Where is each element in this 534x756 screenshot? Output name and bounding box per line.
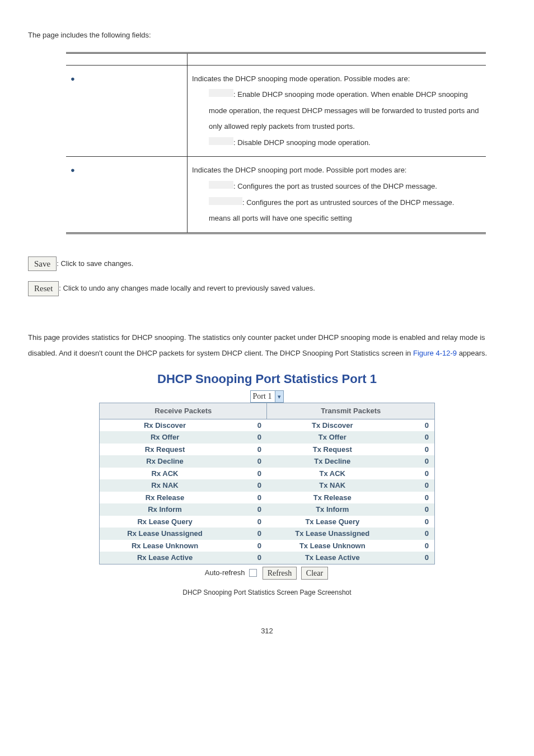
rx-value: 0: [230, 431, 267, 444]
reset-button[interactable]: Reset: [28, 281, 59, 296]
mode-badge: [209, 89, 233, 97]
tx-label: Tx Inform: [267, 503, 398, 516]
rx-value: 0: [230, 419, 267, 431]
mode-enabled-text: : Enable DHCP snooping mode operation. W…: [209, 90, 479, 130]
rx-label: Rx Offer: [100, 431, 231, 444]
table-row: Rx Lease Query0Tx Lease Query0: [100, 516, 435, 528]
section-paragraph: This page provides statistics for DHCP s…: [28, 330, 506, 362]
rx-header: Receive Packets: [100, 403, 267, 419]
rx-value: 0: [230, 479, 267, 492]
tx-value: 0: [398, 444, 435, 456]
tx-value: 0: [398, 492, 435, 504]
rx-label: Rx ACK: [100, 468, 231, 480]
tx-label: Tx Lease Active: [267, 552, 398, 564]
refresh-button[interactable]: Refresh: [263, 567, 297, 580]
rx-label: Rx Lease Query: [100, 516, 231, 528]
table-row: ● Indicates the DHCP snooping port mode.…: [66, 157, 486, 233]
rx-value: 0: [230, 540, 267, 552]
tx-value: 0: [398, 468, 435, 480]
mode-badge: [209, 181, 233, 189]
tx-value: 0: [398, 540, 435, 552]
auto-refresh-label: Auto-refresh: [205, 568, 245, 576]
tx-value: 0: [398, 419, 435, 431]
rx-label: Rx Decline: [100, 455, 231, 468]
table-row: Rx Lease Unassigned0Tx Lease Unassigned0: [100, 528, 435, 540]
table-row: Rx Release0Tx Release0: [100, 492, 435, 504]
mode-disabled-text: : Disable DHCP snooping mode operation.: [233, 138, 371, 147]
rx-value: 0: [230, 468, 267, 480]
rx-label: Rx NAK: [100, 479, 231, 492]
rx-value: 0: [230, 516, 267, 528]
page-number: 312: [28, 626, 506, 637]
trail-text: means all ports will have one specific s…: [192, 214, 352, 222]
tx-value: 0: [398, 479, 435, 492]
rx-value: 0: [230, 455, 267, 468]
rx-label: Rx Lease Unknown: [100, 540, 231, 552]
mode-badge: [209, 197, 242, 205]
table-row: Rx NAK0Tx NAK0: [100, 479, 435, 492]
table-row: Rx Offer0Tx Offer0: [100, 431, 435, 444]
rx-label: Rx Discover: [100, 419, 231, 431]
save-button[interactable]: Save: [28, 256, 57, 272]
clear-button[interactable]: Clear: [301, 567, 328, 580]
fields-table: ● Indicates the DHCP snooping mode opera…: [66, 52, 486, 234]
auto-refresh-checkbox[interactable]: [249, 569, 257, 577]
fields-header-desc: [188, 53, 486, 65]
rx-label: Rx Lease Unassigned: [100, 528, 231, 540]
rx-value: 0: [230, 503, 267, 516]
save-desc: : Click to save changes.: [57, 259, 133, 268]
table-row: Rx Discover0Tx Discover0: [100, 419, 435, 431]
section-text2: appears.: [457, 349, 487, 357]
intro-text: The page includes the following fields:: [28, 30, 506, 41]
figure-caption: DHCP Snooping Port Statistics Screen Pag…: [28, 587, 506, 598]
figure-link[interactable]: Figure 4-12-9: [413, 349, 457, 357]
table-row: Rx ACK0Tx ACK0: [100, 468, 435, 480]
tx-value: 0: [398, 455, 435, 468]
stats-table: Receive Packets Transmit Packets Rx Disc…: [99, 403, 435, 564]
rx-label: Rx Inform: [100, 503, 231, 516]
field-desc-intro: Indicates the DHCP snooping mode operati…: [192, 74, 410, 83]
table-row: Rx Decline0Tx Decline0: [100, 455, 435, 468]
fields-header-object: [66, 53, 188, 65]
rx-label: Rx Lease Active: [100, 552, 231, 564]
tx-label: Tx Release: [267, 492, 398, 504]
table-row: Rx Lease Active0Tx Lease Active0: [100, 552, 435, 564]
field-desc-intro: Indicates the DHCP snooping port mode. P…: [192, 166, 406, 174]
rx-value: 0: [230, 444, 267, 456]
tx-value: 0: [398, 503, 435, 516]
tx-label: Tx Request: [267, 444, 398, 456]
tx-label: Tx ACK: [267, 468, 398, 480]
chevron-down-icon: ▾: [275, 391, 283, 402]
port-select-value: Port 1: [251, 391, 275, 402]
tx-value: 0: [398, 516, 435, 528]
tx-label: Tx NAK: [267, 479, 398, 492]
tx-value: 0: [398, 431, 435, 444]
tx-label: Tx Decline: [267, 455, 398, 468]
reset-desc: : Click to undo any changes made locally…: [59, 284, 315, 292]
bullet-icon: ●: [71, 74, 85, 83]
bullet-icon: ●: [71, 166, 85, 174]
rx-value: 0: [230, 552, 267, 564]
tx-label: Tx Lease Unassigned: [267, 528, 398, 540]
mode-untrusted-text: : Configures the port as untrusted sourc…: [242, 198, 454, 207]
tx-value: 0: [398, 552, 435, 564]
tx-label: Tx Lease Unknown: [267, 540, 398, 552]
tx-label: Tx Offer: [267, 431, 398, 444]
mode-badge: [209, 137, 233, 145]
tx-label: Tx Lease Query: [267, 516, 398, 528]
rx-label: Rx Release: [100, 492, 231, 504]
table-row: Rx Inform0Tx Inform0: [100, 503, 435, 516]
stats-heading: DHCP Snooping Port Statistics Port 1: [28, 370, 506, 388]
mode-trusted-text: : Configures the port as trusted sources…: [233, 182, 437, 190]
rx-value: 0: [230, 492, 267, 504]
rx-label: Rx Request: [100, 444, 231, 456]
table-row: ● Indicates the DHCP snooping mode opera…: [66, 65, 486, 157]
rx-value: 0: [230, 528, 267, 540]
table-row: Rx Lease Unknown0Tx Lease Unknown0: [100, 540, 435, 552]
tx-header: Transmit Packets: [267, 403, 435, 419]
table-row: Rx Request0Tx Request0: [100, 444, 435, 456]
tx-label: Tx Discover: [267, 419, 398, 431]
port-select[interactable]: Port 1▾: [250, 390, 284, 403]
tx-value: 0: [398, 528, 435, 540]
